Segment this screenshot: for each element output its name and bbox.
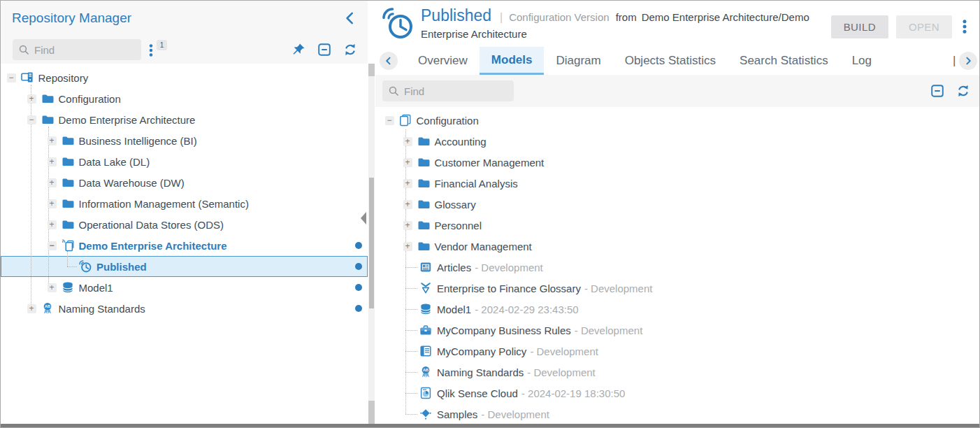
folder-icon — [62, 197, 74, 210]
expand-icon[interactable]: + — [48, 220, 57, 229]
repository-tree: −Repository+Configuration−Demo Enterpris… — [1, 64, 368, 425]
expand-icon[interactable]: + — [27, 94, 36, 104]
tree-connector — [405, 309, 417, 310]
tree-item-demo-enterprise-architecture[interactable]: −Demo Enterprise Architecture — [1, 235, 368, 256]
tree-item-label: Published — [96, 261, 147, 273]
expand-icon[interactable]: + — [403, 221, 412, 230]
left-panel: Repository Manager 1 — [1, 1, 368, 425]
published-version-icon — [382, 8, 414, 40]
scrollbar-thumb[interactable] — [369, 178, 374, 308]
tree-item-mycompany-policy[interactable]: MyCompany Policy- Development — [375, 341, 980, 362]
tree-item-samples[interactable]: Samples- Development — [375, 404, 980, 425]
tree-item-qlik-sense-cloud[interactable]: Qlik Sense Cloud- 2024-02-19 18:30:50 — [375, 383, 980, 404]
tree-item-configuration[interactable]: +Configuration — [1, 88, 368, 109]
collapse-all-icon[interactable] — [930, 84, 944, 98]
tree-item-published[interactable]: Published — [1, 256, 368, 277]
collapse-icon[interactable]: − — [385, 116, 394, 125]
collapse-panel-chevron-icon[interactable] — [343, 10, 358, 26]
expand-icon[interactable]: + — [48, 199, 57, 208]
expand-icon[interactable]: + — [48, 283, 57, 292]
tree-item-accounting[interactable]: +Accounting — [375, 131, 980, 152]
tree-item-data-lake-dl[interactable]: +Data Lake (DL) — [1, 151, 368, 172]
collapse-icon[interactable]: − — [27, 115, 36, 124]
tree-item-personnel[interactable]: +Personnel — [375, 215, 980, 236]
version-title-block: Published | Configuration Version from D… — [421, 6, 809, 40]
scrollbar-top-cap[interactable] — [368, 64, 375, 76]
folder-icon — [41, 92, 54, 105]
tree-item-status: - 2024-02-19 18:30:50 — [521, 387, 625, 399]
tab-models[interactable]: Models — [480, 47, 545, 75]
filter-menu-button[interactable]: 1 — [146, 39, 171, 60]
tree-connector — [405, 288, 417, 289]
right-panel: Published | Configuration Version from D… — [375, 1, 980, 425]
tree-item-model1[interactable]: +Model1 — [1, 277, 368, 298]
tab-objects-statistics[interactable]: Objects Statistics — [613, 47, 728, 75]
left-find-box[interactable] — [13, 39, 141, 60]
tab-search-statistics[interactable]: Search Statistics — [728, 47, 840, 75]
tree-item-naming-standards[interactable]: +ABNaming Standards — [1, 298, 368, 319]
tabs-row: OverviewModelsDiagramObjects StatisticsS… — [375, 47, 980, 75]
open-button[interactable]: OPEN — [896, 15, 952, 38]
tree-item-label: MyCompany Policy — [437, 345, 526, 357]
tree-item-status: - Development — [527, 366, 596, 378]
tree-item-configuration[interactable]: −Configuration — [375, 110, 980, 131]
expand-icon[interactable]: + — [403, 242, 412, 251]
expand-icon[interactable]: + — [48, 178, 57, 187]
expand-icon[interactable]: + — [48, 157, 57, 166]
build-button[interactable]: BUILD — [831, 15, 888, 38]
tab-log[interactable]: Log — [840, 47, 884, 75]
collapse-icon[interactable]: − — [48, 241, 57, 250]
tree-item-demo-enterprise-architecture[interactable]: −Demo Enterprise Architecture — [1, 109, 368, 130]
tab-clipped[interactable]: | — [953, 47, 958, 75]
expand-icon[interactable]: + — [403, 158, 412, 167]
svg-text:AB: AB — [45, 304, 50, 308]
tab-diagram[interactable]: Diagram — [544, 47, 612, 75]
expand-icon[interactable]: + — [27, 304, 36, 313]
tabs-scroll-left-icon[interactable] — [380, 52, 398, 70]
pin-icon[interactable] — [291, 43, 305, 57]
expand-icon[interactable]: + — [403, 179, 412, 188]
tree-item-label: Demo Enterprise Architecture — [79, 240, 227, 252]
models-find-box[interactable] — [382, 80, 514, 101]
tree-item-glossary[interactable]: +Glossary — [375, 194, 980, 215]
tree-item-customer-management[interactable]: +Customer Management — [375, 152, 980, 173]
tree-item-model1[interactable]: Model1- 2024-02-29 23:43:50 — [375, 299, 980, 320]
left-search-input[interactable] — [34, 44, 136, 56]
expand-icon[interactable]: + — [403, 200, 412, 209]
folder-icon — [417, 240, 430, 252]
tree-item-label: Financial Analysis — [435, 178, 518, 190]
tree-item-label: Glossary — [435, 199, 476, 211]
refresh-icon[interactable] — [343, 43, 357, 57]
expand-icon[interactable]: + — [403, 137, 412, 146]
tree-connector — [405, 393, 417, 394]
models-search-input[interactable] — [404, 85, 508, 97]
tree-item-financial-analysis[interactable]: +Financial Analysis — [375, 173, 980, 194]
tree-item-enterprise-to-finance-glossary[interactable]: Enterprise to Finance Glossary- Developm… — [375, 278, 980, 299]
tree-item-information-management-semantic[interactable]: +Information Management (Semantic) — [1, 193, 368, 214]
tree-item-label: Model1 — [79, 282, 113, 294]
tree-item-label: Articles — [437, 262, 471, 273]
collapse-icon[interactable]: − — [7, 73, 16, 83]
expand-icon[interactable]: + — [48, 136, 57, 145]
tree-item-articles[interactable]: Articles- Development — [375, 257, 980, 278]
tree-item-mycompany-business-rules[interactable]: MyCompany Business Rules- Development — [375, 320, 980, 341]
tree-item-vendor-management[interactable]: +Vendor Management — [375, 236, 980, 257]
more-options-kebab-icon[interactable] — [962, 20, 972, 35]
tree-item-operational-data-stores-ods[interactable]: +Operational Data Stores (ODS) — [1, 214, 368, 235]
splitter-collapse-handle-icon[interactable] — [361, 212, 366, 224]
refresh-icon[interactable] — [956, 84, 970, 98]
tree-item-naming-standards[interactable]: ABNaming Standards- Development — [375, 362, 980, 383]
tabs-scroll-right-icon[interactable] — [959, 52, 977, 70]
scrollbar-bottom-cap[interactable] — [368, 401, 375, 425]
tree-item-status: - Development — [530, 345, 598, 357]
panel-splitter — [368, 1, 375, 425]
collapse-all-icon[interactable] — [317, 43, 331, 57]
tree-item-business-intelligence-bi[interactable]: +Business Intelligence (BI) — [1, 130, 368, 151]
tree-item-label: Information Management (Semantic) — [79, 198, 249, 210]
tab-overview[interactable]: Overview — [406, 47, 480, 75]
tree-item-repository[interactable]: −Repository — [1, 67, 368, 88]
svg-text:AB: AB — [423, 368, 428, 372]
tree-item-label: Naming Standards — [59, 303, 145, 315]
status-dot — [355, 305, 362, 312]
tree-item-data-warehouse-dw[interactable]: +Data Warehouse (DW) — [1, 172, 368, 193]
